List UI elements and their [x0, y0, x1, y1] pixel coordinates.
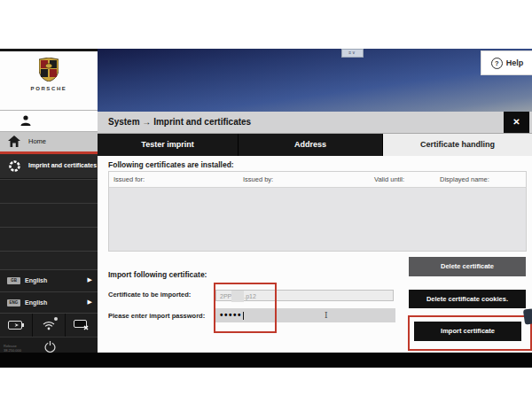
column-displayed-name: Displayed name:	[440, 175, 489, 183]
certificates-table-header: Issued for: Issued by: Valid until: Disp…	[109, 172, 526, 188]
delete-certificate-button[interactable]: Delete certificate	[409, 257, 526, 276]
main-area: ≡∨ ? Help System → Imprint and certifica…	[98, 49, 532, 368]
porsche-crest-icon	[39, 58, 59, 81]
certificate-file-label: Certificate to be imported:	[108, 291, 191, 299]
wifi-icon	[43, 321, 55, 330]
delete-certificate-cookies-button[interactable]: Delete certificate cookies.	[409, 290, 526, 308]
tab-address[interactable]: Address	[239, 134, 383, 156]
sidebar-item-imprint-and-certificates[interactable]: Imprint and certificates	[0, 154, 98, 178]
language-label: English	[25, 277, 47, 283]
language-label: English	[25, 299, 47, 306]
window-controls-widget[interactable]: ≡∨	[341, 49, 364, 58]
column-issued-for: Issued for:	[113, 175, 145, 183]
tester-disconnected-icon	[74, 320, 90, 330]
sidebar: PORSCHE Home Imprint and certificat	[0, 49, 98, 368]
battery-icon	[8, 321, 24, 330]
sidebar-item-label: Home	[28, 137, 46, 145]
sidebar-user-row[interactable]	[0, 111, 98, 132]
bottom-black-bar	[0, 353, 532, 368]
power-icon[interactable]	[44, 341, 56, 353]
flag-badge-icon: GB	[7, 277, 20, 284]
dialog-titlebar: System → Imprint and certificates ✕	[98, 112, 532, 134]
tab-tester-imprint[interactable]: Tester imprint	[98, 134, 239, 156]
import-certificate-heading: Import following certificate:	[108, 270, 207, 279]
installed-certificates-heading: Following certificates are installed:	[108, 160, 234, 169]
column-issued-by: Issued by:	[243, 175, 273, 183]
sidebar-item-label: Imprint and certificates	[28, 162, 97, 168]
sidebar-language-voice[interactable]: ENG English ▶	[0, 291, 98, 314]
wifi-status[interactable]	[33, 314, 66, 337]
home-icon	[8, 136, 20, 147]
certificate-handling-panel: Following certificates are installed: Is…	[98, 156, 532, 353]
vci-connection-status[interactable]	[66, 314, 98, 337]
tab-certificate-handling[interactable]: Certificate handling	[383, 134, 532, 156]
product-photo-canvas: PORSCHE Home Imprint and certificat	[0, 0, 532, 419]
mouse-pointer-icon	[523, 308, 532, 324]
user-icon	[20, 114, 32, 127]
help-button[interactable]: ? Help	[481, 50, 532, 75]
highlight-box-import-fields	[214, 283, 277, 333]
wifi-notification-badge	[54, 317, 58, 321]
certificate-seal-icon	[8, 159, 21, 173]
highlight-box-import-button	[408, 315, 532, 351]
sidebar-empty-row	[0, 227, 98, 251]
battery-status[interactable]	[0, 314, 33, 337]
sidebar-empty-row	[0, 203, 98, 227]
porsche-logo-area: PORSCHE	[0, 51, 98, 111]
column-valid-until: Valid until:	[374, 175, 404, 183]
chevron-right-icon: ▶	[88, 299, 92, 306]
release-version-text: Release 38.250.000	[4, 344, 21, 353]
porsche-wordmark: PORSCHE	[0, 86, 98, 91]
question-circle-icon: ?	[491, 58, 503, 69]
sidebar-empty-row	[0, 179, 98, 203]
tester-app-window: PORSCHE Home Imprint and certificat	[0, 49, 532, 368]
ibeam-cursor: I	[325, 311, 328, 320]
sidebar-language-ui[interactable]: GB English ▶	[0, 269, 98, 291]
sidebar-item-home[interactable]: Home	[0, 132, 98, 151]
flag-badge-icon: ENG	[7, 299, 20, 306]
dialog-title: System → Imprint and certificates	[108, 117, 251, 127]
import-password-label: Please enter import password:	[108, 312, 205, 320]
desktop-background: ≡∨ ? Help	[98, 49, 532, 112]
tab-bar: Tester imprint Address Certificate handl…	[98, 134, 532, 156]
chevron-right-icon: ▶	[88, 276, 92, 283]
certificates-table[interactable]: Issued for: Issued by: Valid until: Disp…	[108, 171, 527, 252]
sidebar-status-bar	[0, 313, 98, 337]
close-button[interactable]: ✕	[504, 112, 529, 133]
